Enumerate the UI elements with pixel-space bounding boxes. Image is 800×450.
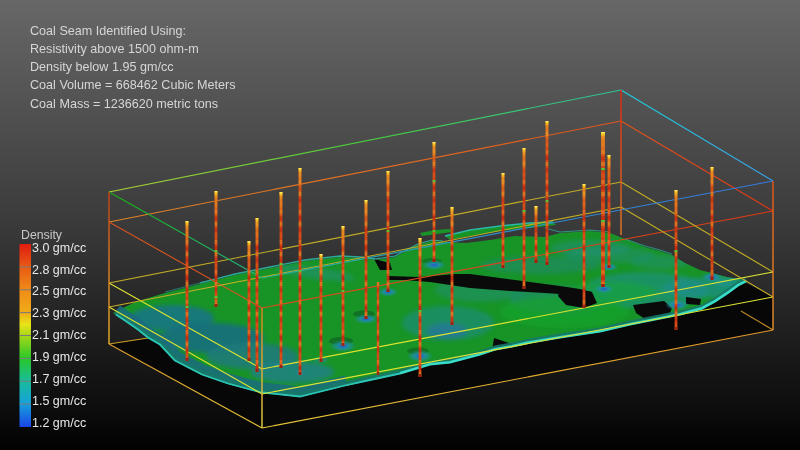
- svg-text:2.8 gm/cc: 2.8 gm/cc: [32, 263, 86, 277]
- svg-text:Density below 1.95 gm/cc: Density below 1.95 gm/cc: [30, 60, 174, 74]
- svg-text:Coal Mass = 1236620 metric ton: Coal Mass = 1236620 metric tons: [30, 97, 218, 111]
- svg-text:1.9 gm/cc: 1.9 gm/cc: [32, 350, 86, 364]
- svg-text:2.1 gm/cc: 2.1 gm/cc: [32, 328, 86, 342]
- svg-text:1.5 gm/cc: 1.5 gm/cc: [32, 394, 86, 408]
- svg-text:2.5 gm/cc: 2.5 gm/cc: [32, 284, 86, 298]
- svg-text:Resistivity above 1500 ohm-m: Resistivity above 1500 ohm-m: [30, 42, 199, 56]
- svg-text:Coal Volume = 668462 Cubic Met: Coal Volume = 668462 Cubic Meters: [30, 78, 235, 92]
- svg-text:3.0 gm/cc: 3.0 gm/cc: [32, 241, 86, 255]
- svg-text:Coal Seam Identified Using:: Coal Seam Identified Using:: [30, 24, 186, 38]
- svg-text:1.2 gm/cc: 1.2 gm/cc: [32, 416, 86, 430]
- svg-text:1.7 gm/cc: 1.7 gm/cc: [32, 372, 86, 386]
- svg-text:2.3 gm/cc: 2.3 gm/cc: [32, 306, 86, 320]
